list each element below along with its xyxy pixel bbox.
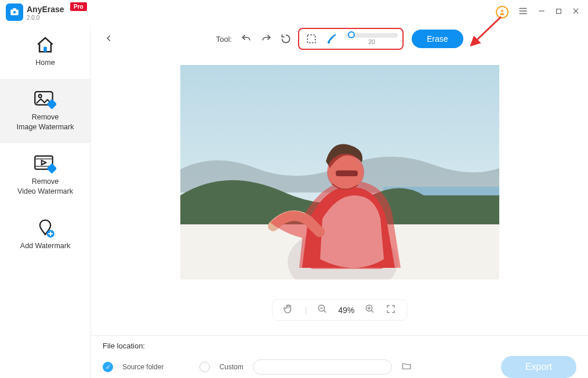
brush-size-value: 20 bbox=[368, 39, 375, 45]
add-watermark-icon bbox=[3, 218, 87, 239]
svg-rect-10 bbox=[46, 163, 56, 173]
erase-button[interactable]: Erase bbox=[412, 30, 463, 48]
svg-point-1 bbox=[13, 11, 16, 14]
sidebar-item-label2: Video Watermark bbox=[3, 187, 87, 197]
brush-size-slider[interactable]: 20 bbox=[346, 33, 398, 45]
custom-folder-label: Custom bbox=[219, 363, 243, 371]
svg-rect-4 bbox=[557, 9, 561, 14]
svg-point-7 bbox=[39, 94, 42, 97]
file-location-label: File location: bbox=[103, 341, 576, 350]
sidebar-item-label: Remove bbox=[3, 177, 87, 187]
source-folder-radio[interactable]: ✓ bbox=[103, 362, 113, 372]
workspace: Tool: bbox=[90, 24, 588, 378]
account-icon[interactable] bbox=[496, 6, 509, 19]
sidebar-item-label: Home bbox=[3, 58, 87, 68]
zoom-toolbar: | 49% bbox=[272, 299, 408, 321]
export-button[interactable]: Export bbox=[501, 356, 576, 378]
close-icon[interactable] bbox=[572, 7, 580, 17]
toolbar: Tool: bbox=[91, 24, 588, 53]
app-logo-icon bbox=[6, 3, 23, 21]
browse-folder-icon[interactable] bbox=[401, 361, 412, 373]
zoom-in-icon[interactable] bbox=[365, 304, 375, 316]
reset-icon[interactable] bbox=[278, 31, 293, 46]
sidebar-item-home[interactable]: Home bbox=[0, 24, 90, 79]
custom-path-input[interactable] bbox=[253, 359, 392, 375]
title-bar: AnyErase Pro 2.0.0 bbox=[0, 0, 588, 24]
redo-icon[interactable] bbox=[259, 31, 274, 46]
svg-rect-5 bbox=[43, 47, 47, 52]
zoom-level: 49% bbox=[338, 306, 354, 315]
tool-selection-highlight: 20 bbox=[298, 28, 404, 50]
undo-icon[interactable] bbox=[239, 31, 254, 46]
svg-rect-12 bbox=[307, 35, 315, 42]
app-name: AnyErase bbox=[27, 5, 64, 14]
app-title-block: AnyErase Pro 2.0.0 bbox=[27, 4, 87, 21]
svg-rect-22 bbox=[309, 261, 384, 269]
sidebar-item-label2: Image Watermark bbox=[3, 122, 87, 133]
home-icon bbox=[3, 35, 87, 56]
sidebar-item-add-watermark[interactable]: Add Watermark bbox=[0, 208, 90, 262]
back-button[interactable] bbox=[100, 31, 118, 48]
sidebar-item-label: Remove bbox=[3, 112, 87, 123]
menu-icon[interactable] bbox=[518, 6, 528, 19]
sidebar: Home Remove Image Watermark Remove Video… bbox=[0, 24, 90, 378]
custom-folder-radio[interactable] bbox=[199, 362, 210, 372]
svg-rect-2 bbox=[13, 8, 16, 10]
pan-hand-icon[interactable] bbox=[283, 303, 295, 317]
canvas-area: | 49% bbox=[91, 53, 588, 335]
app-version: 2.0.0 bbox=[27, 14, 87, 21]
video-watermark-icon bbox=[3, 154, 87, 175]
sidebar-item-label: Add Watermark bbox=[3, 241, 87, 252]
window-controls bbox=[496, 6, 580, 19]
brush-icon[interactable] bbox=[325, 31, 340, 46]
svg-rect-21 bbox=[303, 248, 390, 258]
svg-point-13 bbox=[328, 41, 330, 43]
svg-point-3 bbox=[501, 10, 503, 12]
maximize-icon[interactable] bbox=[555, 7, 562, 17]
image-preview[interactable] bbox=[180, 65, 499, 279]
source-folder-label: Source folder bbox=[122, 363, 164, 371]
minimize-icon[interactable] bbox=[538, 7, 546, 17]
image-watermark-icon bbox=[3, 89, 87, 110]
fullscreen-icon[interactable] bbox=[386, 304, 396, 316]
rectangle-select-icon[interactable] bbox=[304, 31, 319, 46]
zoom-out-icon[interactable] bbox=[317, 304, 328, 316]
pro-badge: Pro bbox=[70, 2, 87, 11]
sidebar-item-remove-video-watermark[interactable]: Remove Video Watermark bbox=[0, 143, 90, 208]
bottom-panel: File location: ✓ Source folder Custom Ex… bbox=[91, 335, 588, 378]
sidebar-item-remove-image-watermark[interactable]: Remove Image Watermark bbox=[0, 79, 90, 143]
tool-label: Tool: bbox=[216, 35, 231, 43]
